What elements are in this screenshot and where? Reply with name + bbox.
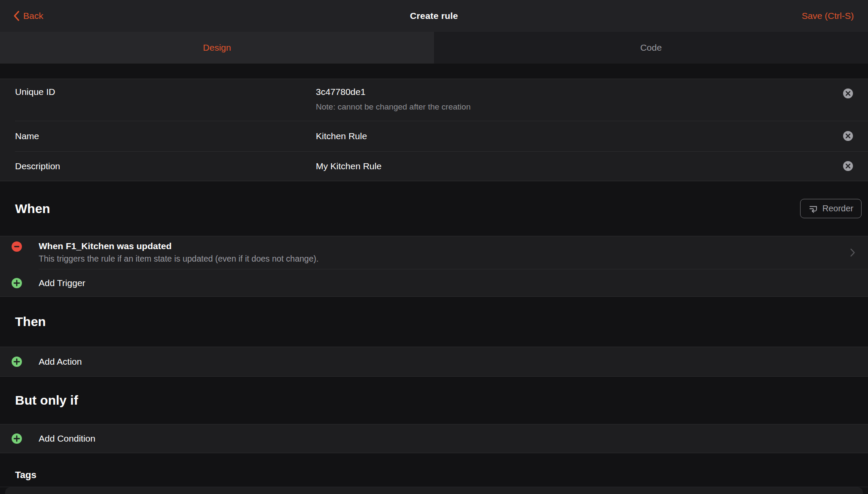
tags-section-header: Tags bbox=[0, 453, 868, 487]
add-condition-label: Add Condition bbox=[39, 433, 95, 444]
when-title: When bbox=[15, 201, 50, 216]
trigger-subtitle: This triggers the rule if an item state … bbox=[39, 253, 842, 264]
reorder-button[interactable]: Reorder bbox=[800, 199, 862, 218]
rule-info-list: Unique ID 3c47780de1 Note: cannot be cha… bbox=[0, 79, 868, 181]
unique-id-input[interactable]: 3c47780de1 bbox=[316, 87, 471, 97]
unique-id-label: Unique ID bbox=[15, 87, 316, 97]
trigger-title: When F1_Kitchen was updated bbox=[39, 241, 842, 252]
unique-id-note: Note: cannot be changed after the creati… bbox=[316, 102, 471, 112]
description-row: Description My Kitchen Rule bbox=[0, 152, 868, 181]
plus-circle-icon bbox=[12, 433, 22, 444]
reorder-icon bbox=[808, 204, 818, 213]
clear-description-button[interactable] bbox=[843, 161, 853, 171]
then-title: Then bbox=[15, 314, 46, 329]
name-label: Name bbox=[15, 131, 316, 141]
trigger-row[interactable]: When F1_Kitchen was updated This trigger… bbox=[0, 236, 868, 269]
content-top-gap bbox=[0, 64, 868, 79]
name-input[interactable]: Kitchen Rule bbox=[316, 131, 367, 141]
name-row: Name Kitchen Rule bbox=[0, 121, 868, 151]
but-only-if-title: But only if bbox=[15, 393, 78, 408]
when-section-header: When Reorder bbox=[0, 181, 868, 236]
then-section-header: Then bbox=[0, 297, 868, 347]
semantic-class-row[interactable]: Semantic Class None bbox=[5, 487, 863, 494]
description-input[interactable]: My Kitchen Rule bbox=[316, 161, 382, 171]
triggers-list: When F1_Kitchen was updated This trigger… bbox=[0, 236, 868, 297]
clear-unique-id-button[interactable] bbox=[843, 88, 853, 98]
tags-title: Tags bbox=[15, 470, 37, 481]
back-label: Back bbox=[23, 11, 43, 21]
tab-bar: Design Code bbox=[0, 32, 868, 64]
add-trigger-label: Add Trigger bbox=[39, 278, 86, 288]
conditions-list: Add Condition bbox=[0, 424, 868, 453]
chevron-left-icon bbox=[13, 10, 20, 21]
navbar: Back Create rule Save (Ctrl-S) bbox=[0, 0, 868, 32]
plus-circle-icon bbox=[12, 278, 22, 288]
add-action-label: Add Action bbox=[39, 357, 82, 367]
add-trigger-button[interactable]: Add Trigger bbox=[0, 269, 868, 296]
actions-list: Add Action bbox=[0, 347, 868, 377]
remove-trigger-icon[interactable] bbox=[12, 241, 22, 252]
save-button[interactable]: Save (Ctrl-S) bbox=[802, 0, 854, 32]
plus-circle-icon bbox=[12, 357, 22, 367]
tab-design[interactable]: Design bbox=[0, 32, 434, 64]
chevron-right-icon bbox=[850, 249, 855, 257]
reorder-label: Reorder bbox=[822, 204, 853, 213]
tab-code[interactable]: Code bbox=[434, 32, 868, 64]
unique-id-field-wrap: 3c47780de1 Note: cannot be changed after… bbox=[316, 87, 471, 112]
but-only-if-section-header: But only if bbox=[0, 377, 868, 424]
description-label: Description bbox=[15, 161, 316, 171]
unique-id-row: Unique ID 3c47780de1 Note: cannot be cha… bbox=[0, 79, 868, 121]
back-button[interactable]: Back bbox=[13, 0, 43, 32]
add-action-button[interactable]: Add Action bbox=[0, 347, 868, 376]
add-condition-button[interactable]: Add Condition bbox=[0, 424, 868, 453]
clear-name-button[interactable] bbox=[843, 131, 853, 141]
page-title: Create rule bbox=[410, 11, 458, 21]
